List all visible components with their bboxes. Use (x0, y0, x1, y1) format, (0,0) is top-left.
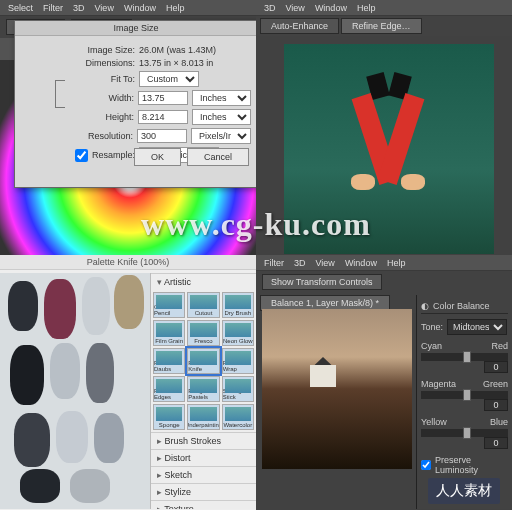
slider-cyan-label: Cyan (421, 341, 442, 351)
thumb-smudge-stick[interactable]: Smudge Stick (222, 376, 254, 402)
ok-button[interactable]: OK (134, 148, 181, 166)
thumb-paint-daubs[interactable]: Paint Daubs (153, 348, 185, 374)
menu-filter[interactable]: Filter (43, 3, 63, 13)
menu-view[interactable]: View (286, 3, 305, 13)
canvas-legs[interactable] (284, 44, 494, 254)
menu-view[interactable]: View (316, 258, 335, 268)
menu-window[interactable]: Window (315, 3, 347, 13)
slider-red-label: Red (491, 341, 508, 351)
folder-brush-strokes[interactable]: Brush Strokes (151, 432, 256, 449)
folder-stylize[interactable]: Stylize (151, 483, 256, 500)
thumb-watercolor[interactable]: Watercolor (222, 404, 254, 430)
slider-yellow-blue[interactable] (421, 429, 508, 437)
preserve-luminosity-label: Preserve Luminosity (435, 455, 508, 475)
thumb-underpainting[interactable]: Underpainting (187, 404, 219, 430)
thumb-poster-edges[interactable]: Poster Edges (153, 376, 185, 402)
slider-thumb[interactable] (463, 427, 471, 439)
fit-to-label: Fit To: (75, 74, 135, 84)
slider-cyan-red-value[interactable] (484, 361, 508, 373)
width-input[interactable] (138, 91, 188, 105)
image-size-label: Image Size: (75, 45, 135, 55)
slider-magenta-green-value[interactable] (484, 399, 508, 411)
height-label: Height: (75, 112, 134, 122)
menu-filter[interactable]: Filter (264, 258, 284, 268)
menu-help[interactable]: Help (166, 3, 185, 13)
height-unit-select[interactable]: Inches (192, 109, 251, 125)
slider-thumb[interactable] (463, 351, 471, 363)
resolution-input[interactable] (137, 129, 187, 143)
artistic-thumbs: Colored Pencil Cutout Dry Brush Film Gra… (151, 290, 256, 432)
tone-select[interactable]: Midtones (447, 319, 507, 335)
thumb-colored-pencil[interactable]: Colored Pencil (153, 292, 185, 318)
slider-magenta-label: Magenta (421, 379, 456, 389)
canvas-landscape[interactable] (262, 309, 412, 469)
thumb-fresco[interactable]: Fresco (187, 320, 219, 346)
menubar: Filter 3D View Window Help (256, 255, 512, 271)
resample-label: Resample: (92, 150, 135, 160)
menubar: 3D View Window Help (256, 0, 512, 16)
balance-icon: ◐ (421, 301, 429, 311)
panel-image-size: Select Filter 3D View Window Help Fit Sc… (0, 0, 256, 255)
preserve-luminosity-checkbox[interactable] (421, 460, 431, 470)
folder-sketch[interactable]: Sketch (151, 466, 256, 483)
tone-label: Tone: (421, 322, 443, 332)
thumb-cutout[interactable]: Cutout (187, 292, 219, 318)
slider-yellow-blue-value[interactable] (484, 437, 508, 449)
slider-cyan-red[interactable] (421, 353, 508, 361)
auto-enhance-button[interactable]: Auto-Enhance (260, 18, 339, 34)
width-label: Width: (75, 93, 134, 103)
folder-distort[interactable]: Distort (151, 449, 256, 466)
menu-window[interactable]: Window (124, 3, 156, 13)
dialog-title: Image Size (15, 21, 256, 36)
house (310, 365, 336, 387)
thumb-film-grain[interactable]: Film Grain (153, 320, 185, 346)
refine-edge-button[interactable]: Refine Edge… (341, 18, 422, 34)
menu-3d[interactable]: 3D (264, 3, 276, 13)
thumb-plastic-wrap[interactable]: Plastic Wrap (222, 348, 254, 374)
slider-magenta-green[interactable] (421, 391, 508, 399)
menu-3d[interactable]: 3D (294, 258, 306, 268)
selection-marquee (339, 74, 439, 214)
panel-selection: 3D View Window Help Auto-Enhance Refine … (256, 0, 512, 255)
menu-view[interactable]: View (95, 3, 114, 13)
menu-help[interactable]: Help (357, 3, 376, 13)
filter-preview-canvas[interactable] (0, 273, 150, 509)
thumb-palette-knife[interactable]: Palette Knife (187, 348, 219, 374)
filter-list-panel: Artistic Colored Pencil Cutout Dry Brush… (150, 273, 256, 509)
slider-blue-label: Blue (490, 417, 508, 427)
menu-3d[interactable]: 3D (73, 3, 85, 13)
transform-controls-button[interactable]: Show Transform Controls (262, 274, 382, 290)
image-size-value: 26.0M (was 1.43M) (139, 45, 216, 55)
height-input[interactable] (138, 110, 188, 124)
slider-thumb[interactable] (463, 389, 471, 401)
dimensions-label: Dimensions: (75, 58, 135, 68)
panel-color-balance: Filter 3D View Window Help Show Transfor… (256, 255, 512, 510)
link-dimensions-icon[interactable] (55, 80, 65, 108)
width-unit-select[interactable]: Inches (192, 90, 251, 106)
filter-gallery-title: Palette Knife (100%) (0, 255, 256, 270)
menu-select[interactable]: Select (8, 3, 33, 13)
menubar: Select Filter 3D View Window Help (0, 0, 256, 16)
resample-checkbox[interactable] (75, 149, 88, 162)
thumb-neon-glow[interactable]: Neon Glow (222, 320, 254, 346)
cancel-button[interactable]: Cancel (187, 148, 249, 166)
folder-texture[interactable]: Texture (151, 500, 256, 509)
thumb-sponge[interactable]: Sponge (153, 404, 185, 430)
properties-panel: ◐ Color Balance Tone: Midtones CyanRed M… (416, 295, 512, 509)
menu-help[interactable]: Help (387, 258, 406, 268)
resolution-label: Resolution: (75, 131, 133, 141)
options-bar: Auto-Enhance Refine Edge… (256, 16, 512, 36)
options-bar: Show Transform Controls (256, 271, 512, 293)
image-size-dialog: Image Size Image Size: 26.0M (was 1.43M)… (14, 20, 256, 188)
thumb-rough-pastels[interactable]: Rough Pastels (187, 376, 219, 402)
fit-to-select[interactable]: Custom (139, 71, 199, 87)
folder-artistic[interactable]: Artistic (151, 273, 256, 290)
slider-yellow-label: Yellow (421, 417, 447, 427)
thumb-dry-brush[interactable]: Dry Brush (222, 292, 254, 318)
slider-green-label: Green (483, 379, 508, 389)
panel-filter-gallery: Palette Knife (100%) Artistic Colored Pe… (0, 255, 256, 510)
resolution-unit-select[interactable]: Pixels/Inch (191, 128, 251, 144)
properties-title: Color Balance (433, 301, 490, 311)
dimensions-value: 13.75 in × 8.013 in (139, 58, 213, 68)
menu-window[interactable]: Window (345, 258, 377, 268)
